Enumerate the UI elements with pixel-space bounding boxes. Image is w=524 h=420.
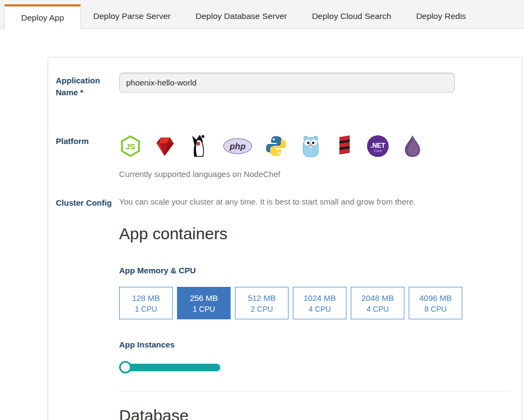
app-memory-cpu-label: App Memory & CPU [119, 266, 511, 275]
deploy-form-card: Application Name * Platform JS [48, 57, 522, 420]
database-title: Database [119, 406, 511, 420]
svg-text:.NET: .NET [370, 142, 385, 149]
tab-deploy-app[interactable]: Deploy App [4, 4, 81, 29]
app-name-input[interactable] [119, 73, 455, 93]
svg-text:Core: Core [374, 149, 382, 153]
cluster-config-note: You can scale your cluster at any time. … [119, 195, 511, 207]
ruby-icon[interactable] [153, 134, 176, 158]
python-icon[interactable] [264, 134, 288, 158]
memory-option-1024mb[interactable]: 1024 MB 4 CPU [293, 287, 346, 319]
svg-text:JS: JS [126, 142, 135, 151]
slider-handle[interactable] [119, 361, 132, 373]
php-icon[interactable]: php [222, 134, 253, 158]
memory-option-2048mb[interactable]: 2048 MB 4 CPU [351, 287, 404, 319]
memory-option-128mb[interactable]: 128 MB 1 CPU [119, 287, 173, 319]
platform-label: Platform [56, 133, 119, 179]
tab-bar: Deploy App Deploy Parse Server Deploy Da… [0, 0, 524, 29]
scala-icon[interactable] [333, 134, 355, 158]
memory-option-512mb[interactable]: 512 MB 2 CPU [235, 287, 289, 319]
memory-option-4096mb[interactable]: 4096 MB 8 CPU [409, 287, 462, 319]
nodejs-icon[interactable]: JS [119, 134, 142, 158]
memory-option-256mb[interactable]: 256 MB 1 CPU [177, 287, 231, 319]
platform-icon-list: JS [119, 133, 511, 159]
memory-cpu-options: 128 MB 1 CPU 256 MB 1 CPU 512 MB 2 CPU 1… [119, 287, 511, 319]
elixir-icon[interactable] [401, 134, 424, 158]
app-name-label: Application Name * [56, 73, 119, 99]
tab-deploy-redis[interactable]: Deploy Redis [404, 4, 479, 28]
app-name-row: Application Name * [56, 73, 511, 99]
section-divider [119, 391, 511, 391]
app-instances-label: App Instances [119, 340, 511, 349]
svg-text:php: php [229, 142, 246, 151]
platform-row: Platform JS [56, 133, 511, 179]
cluster-config-label: Cluster Config [56, 195, 119, 420]
dotnet-core-icon[interactable]: .NET Core [366, 134, 390, 158]
go-gopher-icon[interactable] [299, 134, 323, 158]
slider-track[interactable] [127, 364, 220, 371]
platform-caption: Currently supported languages on NodeChe… [119, 169, 511, 179]
tab-deploy-parse-server[interactable]: Deploy Parse Server [81, 4, 183, 28]
tab-deploy-database-server[interactable]: Deploy Database Server [183, 4, 299, 28]
java-icon[interactable] [187, 134, 211, 158]
tab-deploy-cloud-search[interactable]: Deploy Cloud Search [299, 4, 403, 28]
cluster-config-row: Cluster Config You can scale your cluste… [56, 195, 511, 420]
app-containers-title: App containers [119, 225, 511, 243]
app-instances-slider [126, 361, 220, 373]
